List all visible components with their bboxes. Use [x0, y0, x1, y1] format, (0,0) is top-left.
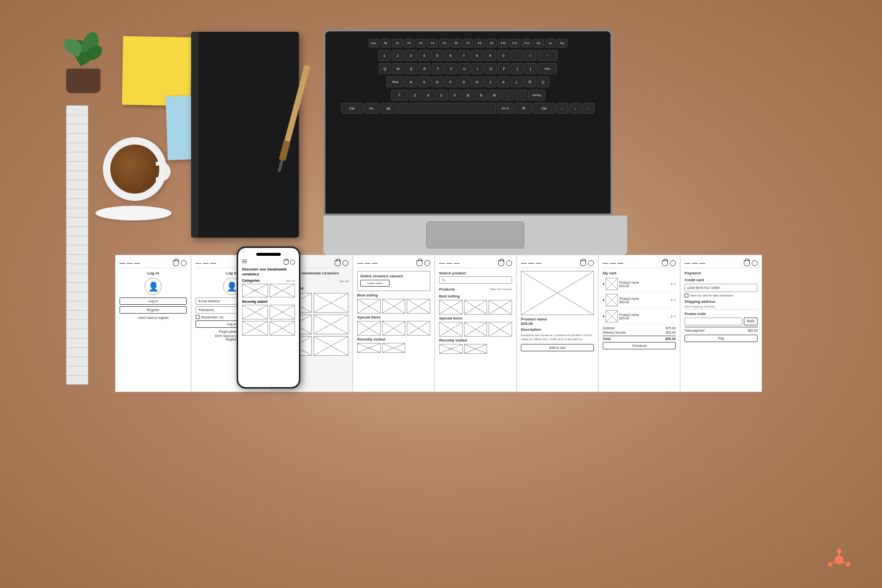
- svg-line-6: [833, 562, 835, 563]
- wireframe-payment: Payment Credit card 1234 5678 912 34567 …: [680, 255, 762, 392]
- wireframe-cart: My cart Product name $10.00 - 1 + Produc…: [598, 255, 680, 392]
- svg-point-2: [846, 562, 850, 566]
- desk-surface: Esc 🔍 F1 F2 F3 F4 F5 F6 F7 F8 F9 F10 F11…: [0, 0, 882, 588]
- laptop: Esc 🔍 F1 F2 F3 F4 F5 F6 F7 F8 F9 F10 F11…: [323, 29, 627, 255]
- notebook: [191, 32, 299, 238]
- plant-decoration: [54, 29, 113, 93]
- laptop-screen: Esc 🔍 F1 F2 F3 F4 F5 F6 F7 F8 F9 F10 F11…: [323, 29, 612, 216]
- svg-point-0: [834, 555, 843, 564]
- wireframe-online-ceramics: Online ceramics classes Learn more Best …: [353, 255, 435, 392]
- laptop-base: [323, 216, 627, 255]
- phone-screen: Discover our handmade ceramics Categorie…: [238, 248, 299, 387]
- coffee-cup: [96, 122, 174, 225]
- phone-mockup: Discover our handmade ceramics Categorie…: [237, 246, 300, 389]
- wireframe-search: Search product 🔍 Products View all produ…: [435, 255, 516, 392]
- hubspot-logo: [826, 546, 853, 573]
- svg-line-5: [843, 562, 846, 563]
- wireframes-spread: Log in 👤 Log in Register I don't want to…: [115, 255, 762, 392]
- svg-point-1: [837, 549, 841, 553]
- wireframe-login-simple: Log in 👤 Log in Register I don't want to…: [115, 255, 191, 392]
- svg-point-3: [828, 562, 833, 566]
- wireframe-product-detail: Product name $25.00 Description Excepteu…: [516, 255, 598, 392]
- ruler: [66, 105, 88, 385]
